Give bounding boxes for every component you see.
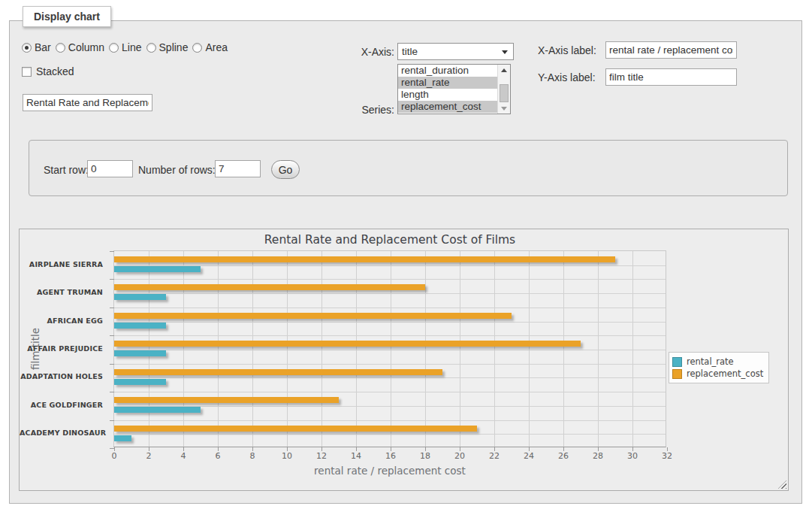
gridline: [632, 251, 633, 447]
radio-spline-label[interactable]: Spline: [159, 41, 189, 53]
radio-bar-label[interactable]: Bar: [35, 41, 51, 53]
radio-option-line: Line: [109, 41, 141, 53]
radio-area-label[interactable]: Area: [205, 41, 228, 53]
y-tick-mark: [110, 420, 114, 421]
y-category-label: ACADEMY DINOSAUR: [20, 429, 108, 437]
x-tick-label: 26: [552, 451, 575, 461]
y-tick-mark: [110, 364, 114, 365]
stacked-label[interactable]: Stacked: [36, 65, 74, 77]
x-tick-label: 8: [241, 451, 264, 461]
series-option-replacement-cost[interactable]: replacement_cost: [398, 101, 497, 113]
legend-swatch-icon: [672, 369, 682, 379]
bar-rental_rate: [114, 350, 166, 356]
bar-replacement_cost: [114, 256, 615, 262]
radio-spline[interactable]: [146, 43, 156, 53]
y-tick-mark: [110, 251, 114, 252]
gridline: [494, 251, 495, 447]
x-axis-select[interactable]: title: [397, 43, 514, 60]
bar-rental_rate: [114, 379, 166, 385]
chart-legend: rental_ratereplacement_cost: [669, 352, 769, 383]
series-option-length[interactable]: length: [398, 89, 497, 101]
gridline: [391, 251, 391, 447]
stacked-checkbox-row: Stacked: [22, 65, 74, 77]
bar-rental_rate: [114, 323, 166, 329]
legend-item: rental_rate: [672, 356, 763, 368]
gridline: [598, 251, 599, 447]
gridline: [529, 251, 530, 447]
bar-rental_rate: [114, 266, 201, 272]
x-tick-label: 10: [276, 451, 298, 461]
chart-title-input[interactable]: [23, 94, 152, 111]
radio-line-label[interactable]: Line: [122, 41, 141, 53]
series-listbox[interactable]: rental_duration rental_rate length repla…: [397, 64, 511, 114]
scrollbar-thumb[interactable]: [500, 84, 509, 102]
radio-column-label[interactable]: Column: [68, 41, 104, 53]
y-category-label: ACE GOLDFINGER: [20, 401, 108, 409]
legend-label: replacement_cost: [687, 368, 763, 379]
x-tick-label: 32: [656, 451, 678, 461]
bar-replacement_cost: [114, 369, 442, 375]
x-axis-caption-input[interactable]: [605, 41, 737, 59]
radio-area[interactable]: [192, 43, 202, 53]
gridline: [218, 251, 219, 447]
x-tick-label: 24: [518, 451, 540, 461]
gridline: [460, 251, 460, 447]
y-category-label: AFFAIR PREJUDICE: [20, 344, 108, 353]
bar-rental_rate: [114, 294, 166, 300]
gridline: [425, 251, 426, 447]
resize-handle-icon[interactable]: [778, 480, 786, 489]
start-row-input[interactable]: [87, 160, 133, 177]
x-tick-label: 4: [172, 451, 195, 461]
go-button[interactable]: Go: [271, 160, 300, 179]
gridline: [114, 308, 666, 308]
gridline: [149, 251, 149, 447]
series-scrollbar[interactable]: [497, 65, 510, 114]
radio-column[interactable]: [56, 43, 65, 53]
y-tick-mark: [110, 448, 114, 449]
series-option-rental-rate[interactable]: rental_rate: [398, 77, 497, 89]
x-tick-label: 20: [448, 451, 471, 461]
x-tick-label: 2: [137, 451, 160, 461]
bar-replacement_cost: [114, 397, 339, 403]
series-select-label: Series:: [333, 104, 394, 116]
gridline: [114, 420, 666, 421]
radio-option-area: Area: [192, 41, 228, 53]
scroll-down-icon[interactable]: [500, 104, 509, 113]
gridline: [114, 434, 666, 435]
legend-item: replacement_cost: [672, 368, 763, 380]
scroll-up-icon[interactable]: [500, 65, 509, 74]
y-tick-mark: [110, 279, 114, 280]
radio-line[interactable]: [109, 43, 119, 53]
x-tick-label: 18: [414, 451, 436, 461]
x-axis-selected-value: title: [402, 46, 418, 57]
bar-rental_rate: [114, 407, 201, 413]
num-rows-label: Number of rows:: [138, 164, 216, 176]
stacked-checkbox[interactable]: [22, 67, 32, 77]
chart-container: Rental Rate and Replacement Cost of Film…: [19, 229, 789, 491]
x-axis-caption-label: X-Axis label:: [538, 44, 596, 56]
legend-swatch-icon: [672, 357, 682, 367]
gridline: [114, 322, 666, 323]
num-rows-input[interactable]: [215, 160, 261, 177]
y-axis-caption-label: Y-Axis label:: [538, 71, 596, 83]
series-option-rental-duration[interactable]: rental_duration: [398, 65, 497, 77]
x-tick-label: 16: [379, 451, 402, 461]
x-tick-label: 12: [310, 451, 333, 461]
x-tick-label: 22: [483, 451, 506, 461]
radio-bar[interactable]: [22, 43, 32, 53]
y-category-label: ADAPTATION HOLES: [20, 372, 108, 380]
bar-replacement_cost: [114, 284, 425, 290]
y-axis-caption-input[interactable]: [605, 68, 737, 86]
bar-replacement_cost: [114, 426, 477, 432]
gridline: [287, 251, 288, 447]
y-tick-mark: [110, 392, 114, 392]
y-category-label: AIRPLANE SIERRA: [20, 260, 108, 268]
bar-rental_rate: [114, 435, 131, 441]
x-axis-title: rental rate / replacement cost: [113, 465, 666, 477]
plot-area: 02468101214161820222426283032: [113, 250, 666, 447]
chevron-down-icon: [502, 50, 508, 54]
gridline: [252, 251, 253, 447]
gridline: [356, 251, 357, 447]
x-tick-label: 30: [621, 451, 644, 461]
gridline: [114, 364, 666, 365]
